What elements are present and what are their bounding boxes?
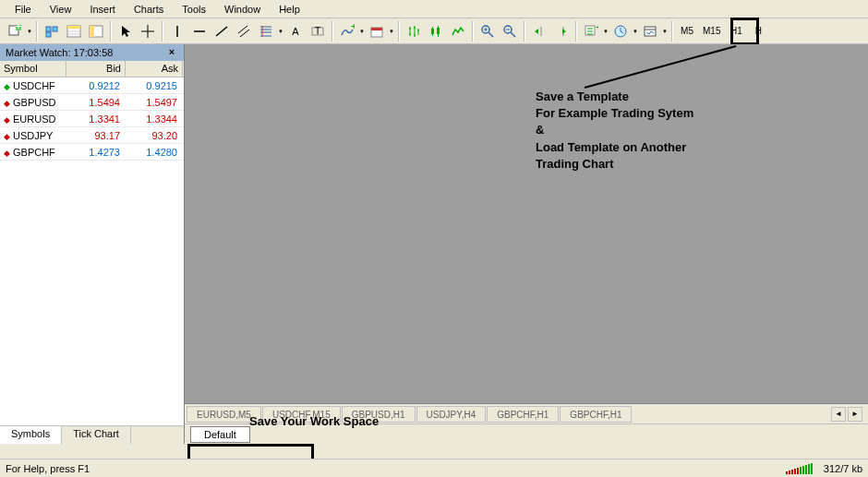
status-bar: For Help, press F1 312/7 kb [0,459,868,477]
market-watch-button[interactable] [63,20,85,42]
market-watch-row[interactable]: EURUSD1.33411.3344 [0,111,184,127]
direction-icon [4,113,10,125]
direction-icon [4,130,10,141]
channel-button[interactable] [233,20,255,42]
menu-insert[interactable]: Insert [80,2,125,16]
column-symbol[interactable]: Symbol [0,61,66,77]
dropdown-icon[interactable]: ▼ [632,20,639,42]
text-button[interactable]: A [284,20,307,42]
direction-icon [4,97,10,108]
tab-tick-chart[interactable]: Tick Chart [62,426,131,444]
menu-bar: File View Insert Charts Tools Window Hel… [0,0,868,18]
profile-default[interactable]: Default [190,426,250,443]
symbol-name: EURUSD [13,113,55,125]
timeframe-m5[interactable]: M5 [676,21,698,42]
bar-chart-button[interactable] [403,20,425,42]
svg-text:+: + [596,24,598,32]
workspace: Market Watch: 17:03:58 × Symbol Bid Ask … [0,44,868,444]
menu-charts[interactable]: Charts [125,2,173,16]
market-watch-table: Symbol Bid Ask USDCHF0.92120.9215GBPUSD1… [0,61,184,425]
profiles-button[interactable] [41,20,63,42]
symbol-name: GBPCHF [13,147,55,158]
market-watch-title: Market Watch: 17:03:58 [6,47,165,58]
market-watch-row[interactable]: USDJPY93.1793.20 [0,127,184,144]
text-label-button[interactable]: T [307,20,329,42]
market-watch-header: Market Watch: 17:03:58 × [0,44,184,61]
zoom-out-button[interactable] [499,20,521,42]
bid-value: 93.17 [66,128,126,143]
svg-text:+: + [16,24,21,31]
dropdown-icon[interactable]: ▼ [358,20,366,42]
periods-button[interactable] [609,20,632,42]
close-icon[interactable]: × [165,46,178,59]
menu-tools[interactable]: Tools [173,2,215,16]
svg-rect-5 [46,32,51,37]
direction-icon [4,147,10,158]
symbol-name: GBPUSD [13,97,55,108]
direction-icon [4,80,10,91]
horizontal-line-button[interactable] [188,20,211,42]
bid-value: 0.9212 [66,78,126,93]
ask-value: 93.20 [126,128,183,143]
status-traffic: 312/7 kb [824,463,862,474]
cursor-button[interactable] [115,20,137,42]
svg-rect-23 [645,27,656,36]
ask-value: 1.5497 [126,95,183,110]
new-chart-button[interactable]: + [4,20,26,42]
fibonacci-button[interactable] [255,20,277,42]
bid-value: 1.5494 [66,95,126,110]
svg-rect-9 [90,26,94,37]
bid-value: 1.4273 [66,145,126,160]
annotation-highlight-templates [730,18,759,45]
market-watch-columns: Symbol Bid Ask [0,61,184,78]
line-chart-button[interactable] [447,20,469,42]
market-watch-row[interactable]: GBPCHF1.42731.4280 [0,144,184,161]
market-watch-row[interactable]: USDCHF0.92120.9215 [0,78,184,94]
column-bid[interactable]: Bid [66,61,126,77]
candle-chart-button[interactable] [425,20,447,42]
dropdown-icon[interactable]: ▼ [26,20,33,42]
menu-file[interactable]: File [6,2,41,16]
bid-value: 1.3341 [66,112,126,126]
templates-button[interactable] [639,20,661,42]
ask-value: 1.3344 [126,112,183,126]
market-watch-panel: Market Watch: 17:03:58 × Symbol Bid Ask … [0,44,185,444]
dropdown-icon[interactable]: ▼ [661,20,669,42]
chart-canvas[interactable]: Save a Template For Example Trading Syte… [185,44,868,403]
zoom-in-button[interactable] [476,20,499,42]
trendline-button[interactable] [211,20,233,42]
vertical-line-button[interactable] [166,20,188,42]
chart-tab[interactable]: USDJPY,H4 [416,406,487,423]
navigator-button[interactable] [85,20,107,42]
dropdown-icon[interactable]: ▼ [388,20,395,42]
dropdown-icon[interactable]: ▼ [277,20,284,42]
crosshair-button[interactable] [137,20,159,42]
chart-tab[interactable]: GBPCHF,H1 [560,406,632,423]
tab-symbols[interactable]: Symbols [0,426,62,444]
svg-rect-7 [67,26,80,29]
menu-help[interactable]: Help [270,2,309,16]
auto-scroll-button[interactable] [528,20,550,42]
chart-area: Save a Template For Example Trading Syte… [185,44,868,444]
symbol-name: USDJPY [13,130,53,141]
indicators-list-button[interactable]: + [580,20,602,42]
connection-signal-icon [786,463,813,474]
status-help-text: For Help, press F1 [6,463,190,474]
svg-rect-4 [53,27,57,31]
annotation-workspace-text: Save Your Work Space [249,413,379,430]
scroll-right-button[interactable]: ► [848,407,862,422]
periodicity-button[interactable] [366,20,388,42]
ask-value: 0.9215 [126,78,183,93]
column-ask[interactable]: Ask [126,61,183,77]
svg-text:T: T [315,25,321,36]
chart-tab[interactable]: GBPCHF,H1 [487,406,559,423]
dropdown-icon[interactable]: ▼ [602,20,609,42]
scroll-left-button[interactable]: ◄ [831,407,846,422]
menu-view[interactable]: View [41,2,81,16]
svg-rect-3 [46,27,51,31]
indicators-button[interactable]: + [336,20,358,42]
menu-window[interactable]: Window [215,2,270,16]
chart-shift-button[interactable] [550,20,573,42]
timeframe-m15[interactable]: M15 [698,21,725,42]
market-watch-row[interactable]: GBPUSD1.54941.5497 [0,94,184,111]
